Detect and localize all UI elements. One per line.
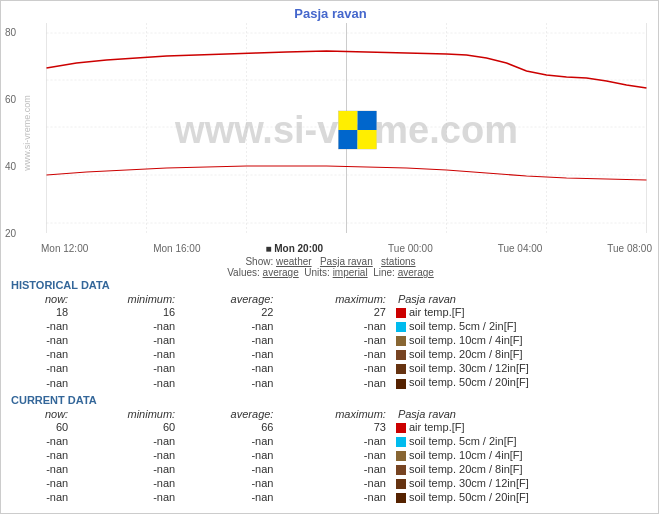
- x-label-2: ■ Mon 20:00: [265, 243, 323, 254]
- cell-avg: -nan: [181, 361, 279, 375]
- data-section: HISTORICAL DATA now: minimum: average: m…: [1, 271, 658, 508]
- color-swatch: [396, 336, 406, 346]
- table-row: -nan-nan-nan-nansoil temp. 50cm / 20in[F…: [11, 375, 648, 389]
- x-label-5: Tue 08:00: [607, 243, 652, 254]
- svg-rect-17: [358, 130, 377, 149]
- color-swatch: [396, 493, 406, 503]
- cell-min: -nan: [74, 375, 181, 389]
- col-avg: average:: [181, 293, 279, 305]
- col-min: minimum:: [74, 293, 181, 305]
- cell-sensor-label: soil temp. 30cm / 12in[F]: [392, 361, 648, 375]
- cell-sensor-label: soil temp. 5cm / 2in[F]: [392, 319, 648, 333]
- col-label: Pasja ravan: [392, 293, 648, 305]
- color-swatch: [396, 479, 406, 489]
- cell-min: -nan: [74, 347, 181, 361]
- color-swatch: [396, 379, 406, 389]
- svg-rect-15: [358, 111, 377, 130]
- historical-table: now: minimum: average: maximum: Pasja ra…: [11, 293, 648, 390]
- site-label: www.si-vreme.com: [22, 95, 32, 171]
- cell-min: -nan: [74, 333, 181, 347]
- y-label-60: 60: [5, 94, 16, 105]
- historical-header: HISTORICAL DATA: [11, 279, 648, 291]
- cell-now: -nan: [11, 462, 74, 476]
- cell-now: -nan: [11, 490, 74, 504]
- cell-max: -nan: [279, 319, 391, 333]
- cell-max: 27: [279, 305, 391, 319]
- cell-max: -nan: [279, 448, 391, 462]
- cell-max: -nan: [279, 490, 391, 504]
- table-row: -nan-nan-nan-nansoil temp. 10cm / 4in[F]: [11, 448, 648, 462]
- cell-avg: 22: [181, 305, 279, 319]
- cell-min: -nan: [74, 361, 181, 375]
- cell-now: -nan: [11, 333, 74, 347]
- cell-min: -nan: [74, 319, 181, 333]
- legend-line2: Values: average Units: imperial Line: av…: [1, 267, 659, 278]
- x-label-0: Mon 12:00: [41, 243, 88, 254]
- cell-sensor-label: soil temp. 20cm / 8in[F]: [392, 462, 648, 476]
- cell-now: -nan: [11, 347, 74, 361]
- cell-avg: -nan: [181, 476, 279, 490]
- cur-col-now: now:: [11, 408, 74, 420]
- cell-now: -nan: [11, 319, 74, 333]
- cell-avg: -nan: [181, 462, 279, 476]
- cell-avg: -nan: [181, 333, 279, 347]
- cell-now: 18: [11, 305, 74, 319]
- color-swatch: [396, 437, 406, 447]
- cell-max: -nan: [279, 462, 391, 476]
- cell-now: -nan: [11, 476, 74, 490]
- color-swatch: [396, 364, 406, 374]
- table-row: -nan-nan-nan-nansoil temp. 50cm / 20in[F…: [11, 490, 648, 504]
- cell-max: -nan: [279, 476, 391, 490]
- current-table: now: minimum: average: maximum: Pasja ra…: [11, 408, 648, 505]
- cell-min: 60: [74, 420, 181, 434]
- color-swatch: [396, 451, 406, 461]
- cell-min: -nan: [74, 462, 181, 476]
- cell-avg: 66: [181, 420, 279, 434]
- cell-sensor-label: soil temp. 10cm / 4in[F]: [392, 333, 648, 347]
- cell-avg: -nan: [181, 375, 279, 389]
- y-label-40: 40: [5, 161, 16, 172]
- chart-container: Pasja ravan 80 60 40 20 www.si-vreme.com: [1, 1, 659, 271]
- cell-now: -nan: [11, 434, 74, 448]
- cell-sensor-label: soil temp. 50cm / 20in[F]: [392, 490, 648, 504]
- chart-title: Pasja ravan: [1, 1, 659, 23]
- current-header: CURRENT DATA: [11, 394, 648, 406]
- cell-sensor-label: air temp.[F]: [392, 420, 648, 434]
- table-row: -nan-nan-nan-nansoil temp. 20cm / 8in[F]: [11, 462, 648, 476]
- chart-svg: www.si-vreme.com: [41, 23, 652, 233]
- cell-avg: -nan: [181, 434, 279, 448]
- cur-col-max: maximum:: [279, 408, 391, 420]
- table-row: -nan-nan-nan-nansoil temp. 20cm / 8in[F]: [11, 347, 648, 361]
- cell-sensor-label: soil temp. 5cm / 2in[F]: [392, 434, 648, 448]
- table-row: -nan-nan-nan-nansoil temp. 5cm / 2in[F]: [11, 434, 648, 448]
- legend-line1: Show: weather Pasja ravan stations: [1, 256, 659, 267]
- cur-col-avg: average:: [181, 408, 279, 420]
- table-row: 18162227air temp.[F]: [11, 305, 648, 319]
- cell-now: -nan: [11, 375, 74, 389]
- svg-rect-16: [339, 130, 358, 149]
- table-row: -nan-nan-nan-nansoil temp. 30cm / 12in[F…: [11, 476, 648, 490]
- cell-min: -nan: [74, 448, 181, 462]
- color-swatch: [396, 423, 406, 433]
- color-swatch: [396, 322, 406, 332]
- y-label-80: 80: [5, 27, 16, 38]
- cell-max: 73: [279, 420, 391, 434]
- color-swatch: [396, 465, 406, 475]
- cell-sensor-label: soil temp. 10cm / 4in[F]: [392, 448, 648, 462]
- svg-rect-14: [339, 111, 358, 130]
- cell-min: -nan: [74, 476, 181, 490]
- cell-max: -nan: [279, 333, 391, 347]
- table-row: 60606673air temp.[F]: [11, 420, 648, 434]
- color-swatch: [396, 350, 406, 360]
- cell-min: 16: [74, 305, 181, 319]
- cell-now: 60: [11, 420, 74, 434]
- col-max: maximum:: [279, 293, 391, 305]
- cell-now: -nan: [11, 361, 74, 375]
- cell-max: -nan: [279, 347, 391, 361]
- cell-min: -nan: [74, 490, 181, 504]
- x-label-4: Tue 04:00: [498, 243, 543, 254]
- cell-sensor-label: soil temp. 20cm / 8in[F]: [392, 347, 648, 361]
- cell-max: -nan: [279, 375, 391, 389]
- y-label-20: 20: [5, 228, 16, 239]
- cur-col-label: Pasja ravan: [392, 408, 648, 420]
